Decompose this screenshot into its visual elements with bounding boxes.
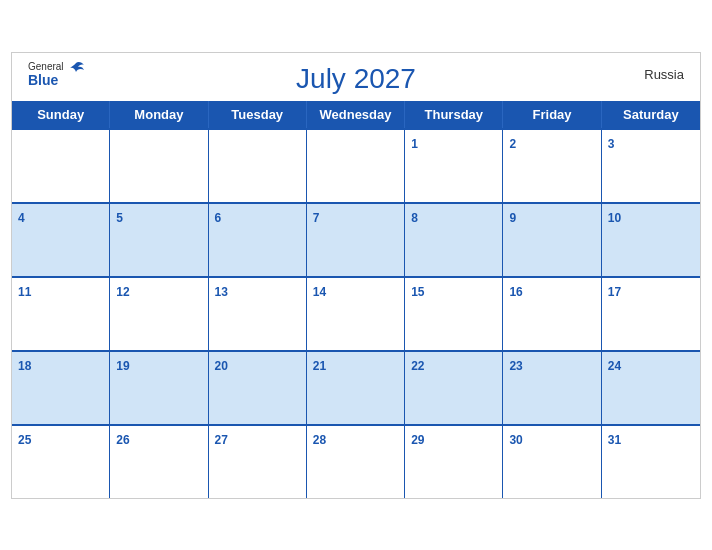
logo-general: General bbox=[28, 61, 64, 73]
week-row-4: 18 19 20 21 22 23 24 bbox=[12, 350, 700, 424]
week-row-2: 4 5 6 7 8 9 10 bbox=[12, 202, 700, 276]
table-row: 4 bbox=[12, 204, 110, 276]
table-row: 1 bbox=[405, 130, 503, 202]
table-row: 21 bbox=[307, 352, 405, 424]
table-row: 26 bbox=[110, 426, 208, 498]
day-header-friday: Friday bbox=[503, 101, 601, 128]
logo-bird-icon bbox=[66, 61, 86, 83]
calendar-body: 1 2 3 4 5 6 7 8 9 10 11 12 13 14 15 16 1… bbox=[12, 128, 700, 498]
calendar-title: July 2027 bbox=[296, 63, 416, 95]
day-header-wednesday: Wednesday bbox=[307, 101, 405, 128]
table-row: 3 bbox=[602, 130, 700, 202]
table-row: 18 bbox=[12, 352, 110, 424]
table-row: 13 bbox=[209, 278, 307, 350]
table-row: 24 bbox=[602, 352, 700, 424]
table-row: 9 bbox=[503, 204, 601, 276]
day-header-thursday: Thursday bbox=[405, 101, 503, 128]
day-header-saturday: Saturday bbox=[602, 101, 700, 128]
table-row: 20 bbox=[209, 352, 307, 424]
table-row bbox=[110, 130, 208, 202]
table-row: 30 bbox=[503, 426, 601, 498]
day-headers: Sunday Monday Tuesday Wednesday Thursday… bbox=[12, 101, 700, 128]
table-row: 10 bbox=[602, 204, 700, 276]
logo-blue: Blue bbox=[28, 73, 58, 87]
table-row: 15 bbox=[405, 278, 503, 350]
table-row: 22 bbox=[405, 352, 503, 424]
table-row: 12 bbox=[110, 278, 208, 350]
table-row: 17 bbox=[602, 278, 700, 350]
table-row: 19 bbox=[110, 352, 208, 424]
day-header-monday: Monday bbox=[110, 101, 208, 128]
table-row: 11 bbox=[12, 278, 110, 350]
table-row: 31 bbox=[602, 426, 700, 498]
table-row: 8 bbox=[405, 204, 503, 276]
table-row: 23 bbox=[503, 352, 601, 424]
table-row: 7 bbox=[307, 204, 405, 276]
country-label: Russia bbox=[644, 67, 684, 82]
week-row-5: 25 26 27 28 29 30 31 bbox=[12, 424, 700, 498]
table-row: 14 bbox=[307, 278, 405, 350]
table-row: 29 bbox=[405, 426, 503, 498]
table-row bbox=[307, 130, 405, 202]
table-row: 28 bbox=[307, 426, 405, 498]
table-row: 2 bbox=[503, 130, 601, 202]
logo: General Blue bbox=[28, 61, 86, 87]
table-row: 5 bbox=[110, 204, 208, 276]
table-row: 6 bbox=[209, 204, 307, 276]
table-row bbox=[209, 130, 307, 202]
table-row: 27 bbox=[209, 426, 307, 498]
week-row-3: 11 12 13 14 15 16 17 bbox=[12, 276, 700, 350]
table-row: 16 bbox=[503, 278, 601, 350]
calendar: General Blue July 2027 Russia Sunday Mon… bbox=[11, 52, 701, 499]
day-header-tuesday: Tuesday bbox=[209, 101, 307, 128]
week-row-1: 1 2 3 bbox=[12, 130, 700, 202]
day-header-sunday: Sunday bbox=[12, 101, 110, 128]
calendar-header: General Blue July 2027 Russia bbox=[12, 53, 700, 101]
table-row bbox=[12, 130, 110, 202]
table-row: 25 bbox=[12, 426, 110, 498]
